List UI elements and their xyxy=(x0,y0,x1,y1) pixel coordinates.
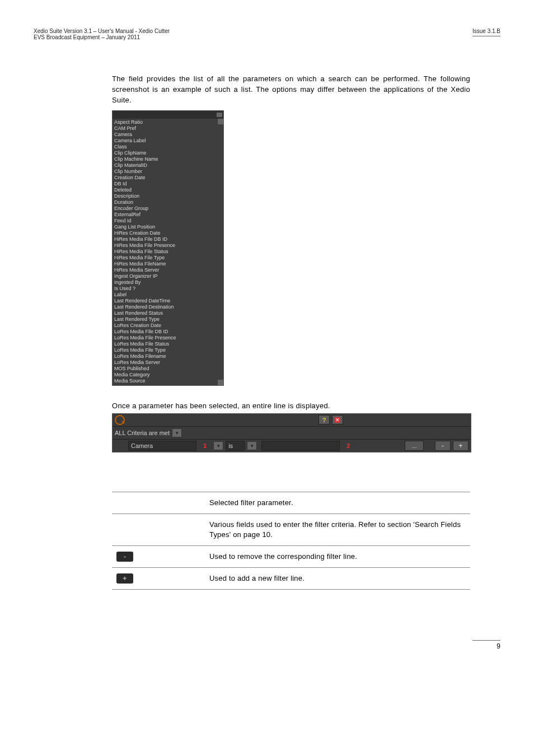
table-row: Various fields used to enter the filter … xyxy=(112,514,470,545)
dropdown-option[interactable]: Is Used ? xyxy=(114,286,222,292)
dropdown-list[interactable]: Aspect RatioCAM PrefCameraCamera LabelCl… xyxy=(113,119,223,385)
filterbar-row-criteria: ALL Criteria are met xyxy=(113,427,471,440)
dropdown-option[interactable]: LoRes Media File DB ID xyxy=(114,329,222,335)
dropdown-option[interactable]: Gang List Position xyxy=(114,224,222,230)
header-right: Issue 3.1.B xyxy=(472,28,500,40)
dropdown-option[interactable]: LoRes Media Filename xyxy=(114,353,222,360)
dropdown-option[interactable]: Feed Id xyxy=(114,218,222,224)
row-description: Used to add a new filter line. xyxy=(205,568,470,590)
minus-button-icon: - xyxy=(116,552,133,562)
header-left-line2: EVS Broadcast Equipment – January 2011 xyxy=(34,34,170,40)
dropdown-option[interactable]: Ingest Organizer IP xyxy=(114,273,222,279)
dropdown-option[interactable]: HiRes Media File Type xyxy=(114,255,222,261)
dropdown-option[interactable]: HiRes Media File Presence xyxy=(114,242,222,249)
dropdown-option[interactable]: Clip Machine Name xyxy=(114,156,222,162)
dropdown-option[interactable]: LoRes Media File Presence xyxy=(114,335,222,341)
dropdown-option[interactable]: Media Category xyxy=(114,372,222,378)
dropdown-option[interactable]: Clip MaterialID xyxy=(114,162,222,169)
filterbar-row-top: ? ✕ xyxy=(113,414,471,427)
criteria-mode-label: ALL Criteria are met xyxy=(115,430,170,436)
scroll-down-icon[interactable] xyxy=(218,380,223,385)
post-dropdown-caption: Once a parameter has been selected, an e… xyxy=(112,402,500,410)
dropdown-option[interactable]: Deleted xyxy=(114,187,222,193)
dropdown-option[interactable]: LoRes Media File Status xyxy=(114,341,222,347)
dropdown-option[interactable]: HiRes Media File DB ID xyxy=(114,236,222,242)
page-footer: 9 xyxy=(34,640,500,650)
dropdown-option[interactable]: CAM Pref xyxy=(114,125,222,132)
dropdown-option[interactable]: ExternalRef xyxy=(114,212,222,218)
dropdown-option[interactable]: Camera xyxy=(114,132,222,138)
operator-label: is xyxy=(228,442,233,449)
operator-field[interactable]: is xyxy=(226,441,245,451)
dropdown-option[interactable]: MOS Published xyxy=(114,366,222,372)
dropdown-option[interactable]: Last Rendered Destination xyxy=(114,304,222,310)
description-table: Selected filter parameter.Various fields… xyxy=(112,492,470,590)
table-row: +Used to add a new filter line. xyxy=(112,568,470,590)
dropdown-option[interactable]: HiRes Media File Status xyxy=(114,249,222,255)
row-icon-cell xyxy=(112,514,205,545)
remove-line-button[interactable]: - xyxy=(435,441,451,451)
criteria-mode-dropdown[interactable] xyxy=(172,428,182,437)
dropdown-option[interactable]: HiRes Media FileName xyxy=(114,261,222,267)
dropdown-option[interactable]: Class xyxy=(114,144,222,150)
page-header: Xedio Suite Version 3.1 – User's Manual … xyxy=(34,28,500,40)
parameter-field[interactable]: Camera xyxy=(128,441,196,451)
parameter-dropdown-button[interactable] xyxy=(213,441,223,450)
dropdown-option[interactable]: Last Rendered Status xyxy=(114,310,222,316)
table-row: Selected filter parameter. xyxy=(112,492,470,514)
row-description: Used to remove the corresponding filter … xyxy=(205,546,470,568)
dropdown-option[interactable]: Last Rendered Type xyxy=(114,316,222,323)
dropdown-option[interactable]: LoRes Creation Date xyxy=(114,323,222,329)
filter-bar-screenshot: ? ✕ ALL Criteria are met Camera 1 is 2 .… xyxy=(112,413,471,452)
table-row: -Used to remove the corresponding filter… xyxy=(112,546,470,568)
dropdown-option[interactable]: Last Rendered DateTime xyxy=(114,298,222,304)
dropdown-option[interactable]: Media Source xyxy=(114,378,222,384)
chevron-down-icon[interactable] xyxy=(217,113,222,117)
dropdown-option[interactable]: Duration xyxy=(114,199,222,206)
dropdown-option[interactable]: HiRes Creation Date xyxy=(114,230,222,236)
dropdown-option[interactable]: HiRes Media Server xyxy=(114,267,222,273)
annotation-number-1: 1 xyxy=(199,442,211,449)
search-icon[interactable] xyxy=(115,415,125,425)
close-icon: ✕ xyxy=(335,417,340,423)
header-rule xyxy=(472,36,500,36)
plus-button-icon: + xyxy=(116,573,133,584)
header-left: Xedio Suite Version 3.1 – User's Manual … xyxy=(34,28,170,40)
more-button[interactable]: ... xyxy=(405,441,424,451)
row-description: Selected filter parameter. xyxy=(205,492,470,514)
dropdown-option[interactable]: Description xyxy=(114,193,222,199)
dropdown-option[interactable]: Label xyxy=(114,292,222,298)
annotation-number-2: 2 xyxy=(342,442,354,449)
value-field[interactable] xyxy=(261,441,340,451)
dropdown-option[interactable]: Encoder Group xyxy=(114,206,222,212)
help-button[interactable]: ? xyxy=(318,415,330,424)
dropdown-option[interactable]: Aspect Ratio xyxy=(114,119,222,125)
dropdown-option[interactable]: LoRes Media File Type xyxy=(114,347,222,353)
dropdown-option[interactable]: Ingested By xyxy=(114,279,222,286)
add-line-button[interactable]: + xyxy=(453,441,469,451)
dropdown-collapsed-bar[interactable] xyxy=(113,111,223,119)
operator-dropdown-button[interactable] xyxy=(247,441,257,450)
dropdown-option[interactable]: Camera Label xyxy=(114,138,222,144)
parameter-field-label: Camera xyxy=(131,442,153,449)
page-number: 9 xyxy=(472,640,500,650)
row-icon-cell xyxy=(112,492,205,514)
row-description: Various fields used to enter the filter … xyxy=(205,514,470,545)
dropdown-option[interactable]: Creation Date xyxy=(114,175,222,181)
dropdown-option[interactable]: Clip ClipName xyxy=(114,150,222,156)
close-button[interactable]: ✕ xyxy=(332,415,343,424)
row-icon-cell: - xyxy=(112,546,205,568)
issue-label: Issue 3.1.B xyxy=(472,28,500,34)
document-page: Xedio Suite Version 3.1 – User's Manual … xyxy=(0,0,534,673)
parameter-dropdown-screenshot: Aspect RatioCAM PrefCameraCamera LabelCl… xyxy=(112,110,224,386)
header-left-line1: Xedio Suite Version 3.1 – User's Manual … xyxy=(34,28,170,34)
dropdown-option[interactable]: LoRes Media Server xyxy=(114,360,222,366)
dropdown-option[interactable]: DB Id xyxy=(114,181,222,187)
filterbar-row-line: Camera 1 is 2 ... - + xyxy=(113,440,471,452)
intro-paragraph: The field provides the list of all the p… xyxy=(112,74,470,106)
scroll-up-icon[interactable] xyxy=(218,119,223,124)
dropdown-option[interactable]: Clip Number xyxy=(114,169,222,175)
row-icon-cell: + xyxy=(112,568,205,590)
